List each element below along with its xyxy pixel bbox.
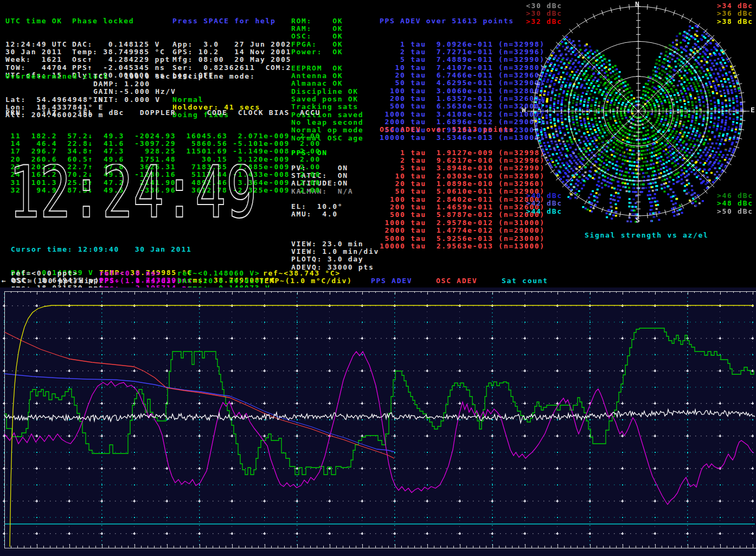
plot-series-label: PPS ADEV xyxy=(371,277,412,285)
satellite-row: 17 296.7 34.8↑ 47.3 928.25 11501.69 -1.1… xyxy=(5,148,321,155)
text-line: FPGA: OK xyxy=(291,41,343,48)
plot-scale-row: ← OSC=(100 ppt/div)PPS~(1.0 ns/div)DAC~(… xyxy=(0,277,756,285)
text-line: 12:24:49 UTC xyxy=(5,41,67,48)
satellite-row: 20 260.6 60.5↑ 49.6 1751.48 30.15 3.120e… xyxy=(5,156,321,163)
phase-status-title: Phase locked xyxy=(72,17,170,25)
text-line: EEPROM OK xyxy=(291,65,363,72)
dbc-legend-bottom-left: >40 dBc>42 dBc>44 dBc xyxy=(526,192,562,215)
plot-scale-label: TEMP~(1.0 m°C/div) xyxy=(259,277,352,285)
text-line: GPS: 10.2 14 Nov 2001 xyxy=(172,48,291,56)
satellite-table-header: PRN °AZ °EL dBc DOPPLER CODE CLOCK BIAS … xyxy=(5,109,321,117)
plot-scale-label: PPS~(1.0 ns/div) xyxy=(99,277,182,285)
text-line: Almanac OK xyxy=(291,80,363,87)
cursor-time: Cursor time: 12:09:40 30 Jan 2011 xyxy=(11,246,276,253)
mask-lines: EL: 10.0°AMU: 4.0 xyxy=(291,203,343,219)
plot-scale-label: ← OSC=(100 ppt/div) xyxy=(2,277,100,285)
text-line: ROM: OK xyxy=(291,17,343,25)
plot-series-label: Sat count xyxy=(502,277,548,285)
text-line: >36 dBc xyxy=(717,10,753,17)
polar-caption: Signal strength vs az/el xyxy=(585,232,709,239)
text-line: VIEW: 23.0 min xyxy=(291,240,379,248)
big-digital-clock: 12:24:49 xyxy=(7,164,270,225)
text-line: RAM: OK xyxy=(291,25,343,33)
text-line: DAC: 0.148125 V xyxy=(72,41,170,48)
dbc-legend-top-right: >34 dBc>36 dBc>38 dBc xyxy=(717,2,753,25)
view-info-lines: VIEW: 23.0 minVIEW: 1.0 min/divPLOTQ: 3.… xyxy=(291,240,379,271)
polar-south-label: S xyxy=(636,216,641,224)
clock-digits: 12:24:49 xyxy=(9,164,257,225)
adev-row: 2000 tau 1.4774e-012 (n=29000) xyxy=(380,227,545,234)
text-line: >50 dBc xyxy=(717,208,753,215)
satellite-row: 14 46.4 22.8↓ 41.6 -3097.29 5860.56 -5.1… xyxy=(5,140,321,148)
text-line: PLOTQ: 3.0 day xyxy=(291,255,379,263)
satellite-row: 11 182.2 57.2↓ 49.3 -2024.93 16045.63 2.… xyxy=(5,132,321,140)
text-line: DAMP: 1.200 xyxy=(93,80,176,88)
dbc-legend-top-left: <30 dBc>30 dBc>32 dBc xyxy=(526,2,562,25)
text-line: Temp: 38.749985 °C xyxy=(72,48,170,56)
text-line: >42 dBc xyxy=(526,200,562,207)
text-line: >48 dBc xyxy=(717,200,753,207)
text-line: App: 3.0 27 Jun 2002 xyxy=(172,41,291,48)
text-line: >34 dBc xyxy=(717,2,753,10)
text-line: TC: 100.0 sec xyxy=(93,73,176,80)
polar-west-label: W xyxy=(522,106,527,114)
help-hint: Press SPACE for help xyxy=(172,17,291,25)
strip-chart-plot[interactable] xyxy=(0,287,756,556)
text-line: OSC: OK xyxy=(291,33,343,40)
text-line: >38 dBc xyxy=(717,18,753,25)
text-line: AMU: 4.0 xyxy=(291,210,343,218)
dbc-legend-bottom-right: >46 dBc>48 dBc>50 dBc xyxy=(717,192,753,215)
polar-east-label: E xyxy=(751,106,756,114)
text-line: VIEW: 1.0 min/div xyxy=(291,248,379,255)
text-line: >32 dBc xyxy=(526,18,562,25)
adev-row: 10000 tau 2.9563e-013 (n=13000) xyxy=(380,242,545,250)
text-line: >44 dBc xyxy=(526,208,562,215)
text-line: >30 dBc xyxy=(526,10,562,17)
text-line: Antenna OK xyxy=(291,72,363,80)
text-line: >40 dBc xyxy=(526,192,562,200)
adev-row: 5000 tau 5.9256e-013 (n=23000) xyxy=(380,235,545,242)
text-line: EL: 10.0° xyxy=(291,203,343,210)
utc-status-title: UTC time OK xyxy=(5,17,67,25)
polar-north-label: N xyxy=(635,1,640,8)
plot-series-label: OSC ADEV xyxy=(436,277,477,285)
plot-scale-label: DAC~(20.0 uV/div) xyxy=(177,277,265,285)
text-line: 30 Jan 2011 xyxy=(5,48,67,56)
text-line: >46 dBc xyxy=(717,192,753,200)
discipline-mode-title: Discipline mode: xyxy=(172,73,260,80)
text-line: <30 dBc xyxy=(526,2,562,10)
